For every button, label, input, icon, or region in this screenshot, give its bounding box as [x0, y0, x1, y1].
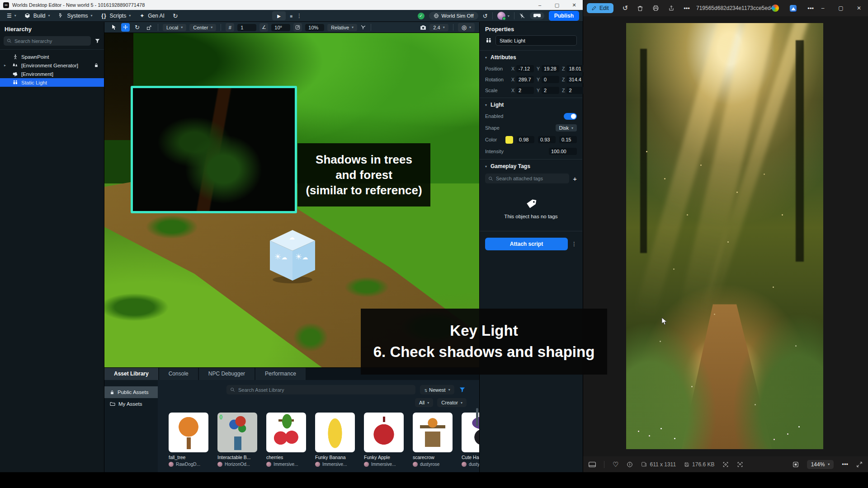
camera-speed-dropdown[interactable]: 2.4▾ [429, 24, 448, 31]
filmstrip-icon[interactable] [589, 462, 596, 467]
vr-preview-button[interactable] [530, 12, 544, 19]
grid-snap-value[interactable]: 1 [237, 24, 256, 31]
hierarchy-filter-icon[interactable] [94, 38, 100, 44]
grid-snap-icon[interactable]: # [226, 23, 234, 32]
position-z-field[interactable]: 18.01 [566, 65, 584, 72]
position-y-field[interactable]: 19.28 [542, 65, 559, 72]
gameplay-tags-section-header[interactable]: ▾Gameplay Tags [485, 160, 577, 173]
hierarchy-item-static-light[interactable]: Static Light [0, 78, 104, 87]
print-icon[interactable] [652, 5, 659, 11]
shape-dropdown[interactable]: Disk▾ [556, 124, 577, 131]
favorite-heart-icon[interactable]: ♡ [613, 460, 618, 469]
menu-build[interactable]: Build▾ [20, 10, 54, 22]
weather-cube-gizmo[interactable]: ☁ ☀☁ ☀☁ [270, 230, 315, 281]
space-dropdown[interactable]: Local▾ [163, 24, 186, 31]
mode-dropdown[interactable]: Relative▾ [327, 24, 357, 31]
edit-image-button[interactable]: Edit [587, 3, 613, 13]
minimize-button[interactable]: – [531, 0, 548, 10]
tab-npc-debugger[interactable]: NPC Debugger [199, 368, 255, 380]
select-tool[interactable] [109, 23, 118, 32]
asset-card[interactable]: {} Interactable B... HorizonOd... [217, 413, 257, 467]
asset-card[interactable]: scarecrow dustyrose [413, 413, 453, 467]
close-button[interactable]: ✕ [566, 0, 583, 10]
more-options-icon[interactable]: ••• [842, 461, 848, 468]
close-button[interactable]: ✕ [850, 0, 868, 16]
rotate-image-icon[interactable]: ↺ [623, 4, 628, 12]
expand-chevron-icon[interactable]: ▸ [4, 63, 6, 67]
hierarchy-search[interactable] [4, 36, 91, 46]
scale-x-field[interactable]: 2 [516, 87, 534, 94]
light-section-header[interactable]: ▾Light [485, 98, 577, 111]
tags-search[interactable] [485, 174, 569, 183]
enabled-toggle[interactable] [564, 113, 577, 120]
menu-gen-ai[interactable]: ✦ Gen AI [135, 10, 169, 22]
attach-script-button[interactable]: Attach script [485, 238, 568, 250]
color-g-field[interactable]: 0.93 [538, 136, 556, 143]
stop-button[interactable]: ■ [290, 14, 292, 19]
refresh-button[interactable]: ↻ [169, 10, 182, 22]
tab-performance[interactable]: Performance [255, 368, 306, 380]
move-tool[interactable] [121, 23, 130, 32]
color-r-field[interactable]: 0.98 [517, 136, 534, 143]
fit-to-window-icon[interactable] [793, 461, 799, 468]
camera-icon[interactable] [420, 25, 426, 30]
visual-search-icon[interactable] [722, 461, 729, 468]
hierarchy-item-environment-generator[interactable]: ▸ [Environment Generator] [0, 61, 104, 70]
angle-snap-value[interactable]: 10° [271, 24, 290, 31]
hierarchy-item-environment[interactable]: [Environment] [0, 70, 104, 78]
asset-scrollbar[interactable] [476, 408, 478, 426]
scale-snap-icon[interactable] [293, 23, 302, 32]
filter-all-dropdown[interactable]: All▾ [415, 398, 433, 407]
zoom-level-dropdown[interactable]: 144% ▾ [807, 460, 834, 469]
sort-dropdown[interactable]: ↑↓ Newest ▾ [420, 385, 454, 394]
pivot-dropdown[interactable]: Center▾ [189, 24, 216, 31]
asset-search[interactable] [226, 385, 415, 394]
rotate-tool[interactable]: ↻ [133, 23, 142, 32]
rotation-z-field[interactable]: 314.4 [566, 76, 584, 83]
world-sim-toggle[interactable]: World Sim Off [429, 12, 478, 20]
object-name-field[interactable]: Static Light [495, 35, 577, 46]
ocr-text-icon[interactable] [737, 461, 743, 468]
rotation-y-field[interactable]: 0 [542, 76, 559, 83]
main-menu-button[interactable]: ☰▾ [3, 10, 20, 22]
color-swatch[interactable] [505, 136, 513, 144]
delete-icon[interactable] [637, 5, 643, 12]
info-icon[interactable] [627, 461, 633, 468]
maximize-button[interactable]: ▢ [548, 0, 566, 10]
asset-search-input[interactable] [238, 387, 412, 393]
menu-systems[interactable]: Systems▾ [54, 10, 96, 22]
attributes-section-header[interactable]: ▾Attributes [485, 51, 577, 64]
play-options-kebab[interactable]: ⋮ [297, 13, 302, 19]
minimize-button[interactable]: – [814, 0, 832, 16]
play-button[interactable]: ▶ [272, 11, 286, 20]
designer-icon[interactable] [790, 5, 797, 12]
sidebar-item-public-assets[interactable]: Public Assets [104, 386, 158, 398]
maximize-button[interactable]: ▢ [832, 0, 850, 16]
filter-creator-dropdown[interactable]: Creator▾ [437, 398, 467, 407]
attach-script-kebab[interactable]: ⋮ [571, 241, 577, 247]
asset-card[interactable]: Funky Apple Immersive... [364, 413, 404, 467]
asset-card[interactable]: fall_tree RawDogD... [169, 413, 208, 467]
spline-tool-icon[interactable] [360, 24, 366, 30]
hierarchy-item-spawnpoint[interactable]: SpawnPoint [0, 52, 104, 61]
account-menu[interactable]: ▾ [497, 12, 509, 20]
scale-z-field[interactable]: 2 [566, 87, 584, 94]
position-x-field[interactable]: -7.12 [516, 65, 534, 72]
more-options-icon[interactable]: ••• [807, 5, 814, 12]
asset-filter-icon[interactable] [459, 386, 466, 393]
menu-scripts[interactable]: { } Scripts▾ [97, 10, 135, 22]
scale-y-field[interactable]: 2 [542, 87, 559, 94]
angle-snap-icon[interactable]: ∠ [259, 23, 268, 32]
more-options-icon[interactable]: ••• [684, 5, 690, 12]
rotation-x-field[interactable]: 289.7 [516, 76, 534, 83]
fullscreen-icon[interactable] [856, 461, 863, 468]
intensity-field[interactable]: 100.00 [549, 148, 577, 155]
sidebar-item-my-assets[interactable]: My Assets [104, 398, 158, 410]
hierarchy-search-input[interactable] [14, 38, 88, 44]
color-b-field[interactable]: 0.15 [559, 136, 577, 143]
scale-snap-value[interactable]: 10% [305, 24, 324, 31]
tab-console[interactable]: Console [159, 368, 198, 380]
asset-card[interactable]: Funky Banana Immersive... [315, 413, 355, 467]
scale-tool[interactable] [145, 23, 153, 32]
undo-icon[interactable]: ↺ [483, 13, 488, 19]
